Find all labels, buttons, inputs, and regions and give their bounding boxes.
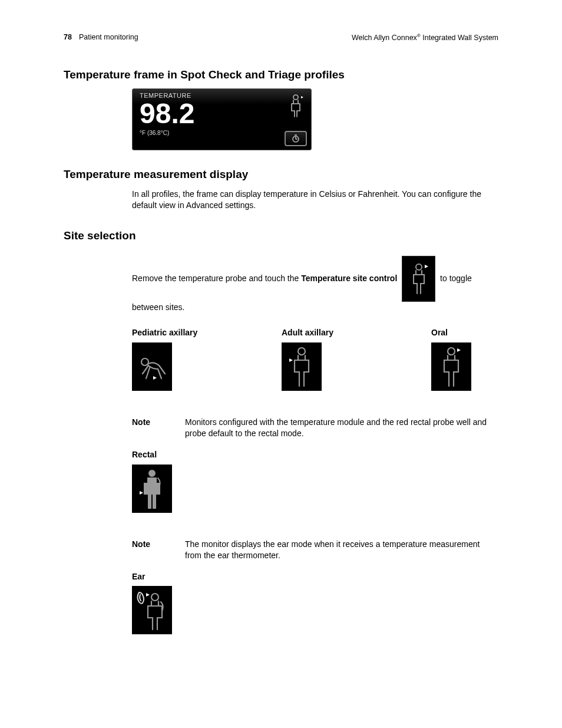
svg-point-3: [416, 264, 422, 270]
heading-site-selection: Site selection: [64, 228, 498, 244]
svg-marker-8: [289, 358, 293, 362]
temp-unit: °F (36.8°C): [140, 129, 306, 137]
page-number: 78: [64, 33, 72, 41]
site-label-adult: Adult axillary: [282, 327, 349, 339]
svg-marker-12: [140, 491, 143, 495]
display-paragraph: In all profiles, the frame can display t…: [132, 189, 498, 212]
oral-site-icon: [286, 93, 306, 118]
timer-button-icon: [285, 131, 307, 146]
site-control-icon: [402, 256, 435, 302]
ear-icon: [132, 586, 172, 634]
site-label-oral: Oral: [431, 327, 498, 339]
site-options-row: Pediatric axillary Adult axillary: [132, 327, 498, 391]
site-label-rectal: Rectal: [132, 449, 498, 461]
svg-point-11: [148, 470, 156, 477]
header-left: 78Patient monitoring: [64, 32, 138, 44]
svg-point-9: [448, 348, 455, 355]
temperature-frame-screenshot: TEMPERATURE 98.2 °F (36.8°C): [132, 88, 312, 150]
header-right: Welch Allyn Connex® Integrated Wall Syst…: [352, 32, 498, 44]
heading-temp-frame: Temperature frame in Spot Check and Tria…: [64, 67, 498, 83]
svg-marker-4: [425, 265, 428, 268]
note-ear: Note The monitor displays the ear mode w…: [132, 539, 498, 562]
temp-value: 98.2: [140, 100, 306, 128]
note-rectal: Note Monitors configured with the temper…: [132, 417, 498, 440]
site-label-ear: Ear: [132, 571, 498, 583]
page-header: 78Patient monitoring Welch Allyn Connex®…: [64, 32, 498, 44]
heading-temp-display: Temperature measurement display: [64, 167, 498, 183]
site-paragraph: Remove the temperature probe and touch t…: [132, 256, 498, 314]
pediatric-axillary-icon: [132, 342, 172, 391]
svg-point-7: [298, 348, 305, 355]
section-name: Patient monitoring: [79, 33, 138, 41]
rectal-icon: [132, 465, 172, 513]
svg-point-0: [293, 95, 298, 100]
svg-marker-1: [301, 96, 303, 98]
svg-marker-6: [153, 376, 157, 380]
adult-axillary-icon: [282, 342, 322, 391]
oral-icon: [431, 342, 471, 391]
site-label-pediatric: Pediatric axillary: [132, 327, 199, 339]
svg-marker-10: [457, 348, 461, 352]
svg-marker-14: [146, 593, 150, 597]
svg-point-13: [151, 594, 158, 601]
